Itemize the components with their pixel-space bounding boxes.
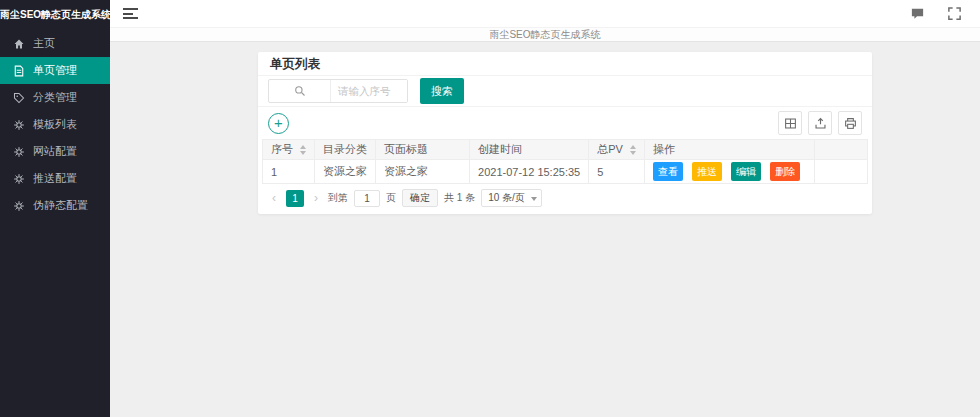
cell-created: 2021-07-12 15:25:35 [470, 160, 589, 184]
main-content: 单页列表 搜索 + [110, 42, 980, 417]
col-index[interactable]: 序号 [263, 140, 315, 160]
gear-icon [13, 200, 25, 212]
sidebar-item-push-config[interactable]: 推送配置 [0, 165, 110, 192]
sidebar-item-label: 模板列表 [33, 117, 77, 132]
sidebar-item-label: 推送配置 [33, 171, 77, 186]
total-count-label: 共 1 条 [444, 191, 475, 205]
page-title: 单页列表 [258, 52, 872, 76]
search-icon [269, 80, 331, 102]
goto-page-input[interactable] [354, 190, 380, 207]
page-size-value: 10 条/页 [488, 192, 525, 203]
home-icon [13, 38, 25, 50]
sidebar-item-label: 伪静态配置 [33, 198, 88, 213]
table-header-row: 序号 目录分类 页面标题 创建时间 总PV 操作 [263, 140, 868, 160]
sidebar-item-label: 分类管理 [33, 90, 77, 105]
search-bar: 搜索 [258, 76, 872, 107]
sidebar-item-site-config[interactable]: 网站配置 [0, 138, 110, 165]
sort-icon[interactable] [630, 145, 636, 155]
sidebar-toggle-icon[interactable] [123, 8, 138, 20]
tab-current-page[interactable]: 雨尘SEO静态页生成系统 [110, 28, 980, 42]
view-button[interactable]: 查看 [653, 162, 683, 181]
top-header [110, 0, 980, 28]
app-title: 雨尘SEO静态页生成系统 [0, 0, 110, 30]
filter-columns-icon[interactable] [778, 111, 802, 135]
cell-pv: 5 [589, 160, 645, 184]
gear-icon [13, 119, 25, 131]
pagination: ‹ 1 › 到第 页 确定 共 1 条 10 条/页 [258, 184, 872, 210]
page-icon [13, 65, 25, 77]
print-icon[interactable] [838, 111, 862, 135]
sidebar-item-label: 网站配置 [33, 144, 77, 159]
push-button[interactable]: 推送 [692, 162, 722, 181]
col-category: 目录分类 [315, 140, 376, 160]
col-page-title: 页面标题 [376, 140, 470, 160]
sidebar-item-label: 主页 [33, 36, 55, 51]
edit-button[interactable]: 编辑 [731, 162, 761, 181]
sidebar-item-home[interactable]: 主页 [0, 30, 110, 57]
goto-suffix-label: 页 [386, 191, 396, 205]
col-pv[interactable]: 总PV [589, 140, 645, 160]
next-page-icon[interactable]: › [310, 190, 322, 206]
col-actions: 操作 [644, 140, 814, 160]
goto-label: 到第 [328, 191, 348, 205]
sidebar-item-templates[interactable]: 模板列表 [0, 111, 110, 138]
sidebar-item-single-page[interactable]: 单页管理 [0, 57, 110, 84]
delete-button[interactable]: 删除 [770, 162, 800, 181]
sidebar-item-label: 单页管理 [33, 63, 77, 78]
pages-table: 序号 目录分类 页面标题 创建时间 总PV 操作 1 [262, 139, 868, 184]
sidebar: 雨尘SEO静态页生成系统 主页 单页管理 分类管理 模板列表 网站配置 [0, 0, 110, 417]
cell-index: 1 [263, 160, 315, 184]
cell-actions: 查看 推送 编辑 删除 [644, 160, 814, 184]
prev-page-icon[interactable]: ‹ [268, 190, 280, 206]
table-toolbar: + [258, 107, 872, 139]
message-icon[interactable] [910, 6, 925, 21]
page-size-select[interactable]: 10 条/页 [481, 189, 542, 207]
cell-page-title: 资源之家 [376, 160, 470, 184]
sort-icon[interactable] [300, 145, 306, 155]
add-circle-icon[interactable]: + [268, 113, 289, 134]
search-input[interactable] [331, 80, 407, 102]
cell-spacer [815, 160, 868, 184]
col-spacer [815, 140, 868, 160]
cell-category: 资源之家 [315, 160, 376, 184]
confirm-page-button[interactable]: 确定 [402, 189, 438, 207]
fullscreen-icon[interactable] [947, 6, 962, 21]
current-page[interactable]: 1 [286, 190, 304, 207]
single-page-list-card: 单页列表 搜索 + [258, 52, 872, 214]
search-button[interactable]: 搜索 [420, 78, 464, 104]
export-icon[interactable] [808, 111, 832, 135]
table-row: 1 资源之家 资源之家 2021-07-12 15:25:35 5 查看 推送 … [263, 160, 868, 184]
chevron-down-icon [531, 197, 537, 201]
sidebar-item-rewrite-config[interactable]: 伪静态配置 [0, 192, 110, 219]
tag-icon [13, 92, 25, 104]
gear-icon [13, 146, 25, 158]
gear-icon [13, 173, 25, 185]
col-created: 创建时间 [470, 140, 589, 160]
sidebar-item-category[interactable]: 分类管理 [0, 84, 110, 111]
